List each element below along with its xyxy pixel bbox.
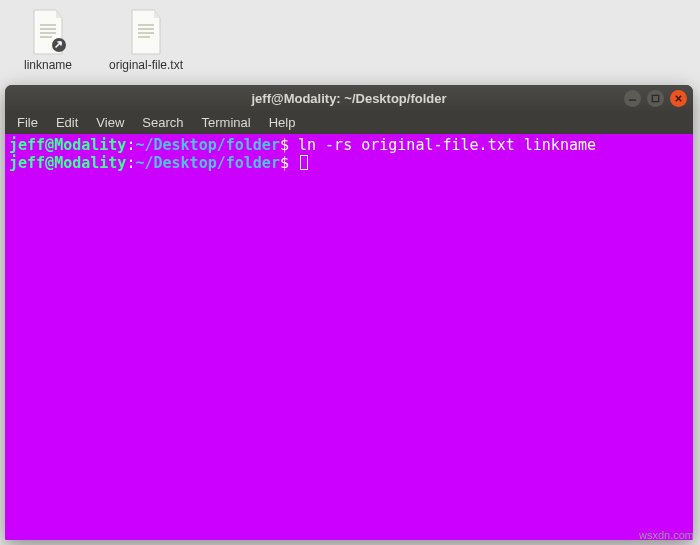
watermark: wsxdn.com (639, 529, 694, 541)
svg-rect-7 (138, 32, 154, 34)
svg-rect-2 (40, 32, 56, 34)
svg-rect-8 (138, 36, 150, 38)
file-icon (122, 8, 170, 56)
desktop-icons-area: linkname original-file.txt (10, 8, 184, 72)
prompt-user-host: jeff@Modality (9, 136, 126, 154)
prompt-path: ~/Desktop/folder (135, 136, 280, 154)
file-icon (24, 8, 72, 56)
desktop-icon-linkname[interactable]: linkname (10, 8, 86, 72)
close-icon (674, 94, 683, 103)
svg-rect-10 (652, 95, 658, 101)
menu-file[interactable]: File (9, 113, 46, 132)
svg-rect-0 (40, 24, 56, 26)
minimize-icon (628, 94, 637, 103)
terminal-command: ln -rs original-file.txt linkname (298, 136, 596, 154)
desktop-icon-label: linkname (24, 58, 72, 72)
minimize-button[interactable] (624, 90, 641, 107)
desktop-icon-label: original-file.txt (109, 58, 183, 72)
svg-rect-1 (40, 28, 56, 30)
svg-rect-6 (138, 28, 154, 30)
desktop: linkname original-file.txt jeff@Modality… (0, 0, 700, 545)
prompt-user-host: jeff@Modality (9, 154, 126, 172)
prompt-dollar: $ (280, 154, 289, 172)
close-button[interactable] (670, 90, 687, 107)
maximize-button[interactable] (647, 90, 664, 107)
cursor-icon (300, 155, 308, 170)
prompt-dollar: $ (280, 136, 289, 154)
menu-help[interactable]: Help (261, 113, 304, 132)
terminal-window: jeff@Modality: ~/Desktop/folder File Edi… (5, 85, 693, 540)
menubar: File Edit View Search Terminal Help (5, 111, 693, 134)
svg-rect-3 (40, 36, 52, 38)
shortcut-arrow-icon (52, 38, 66, 52)
window-titlebar[interactable]: jeff@Modality: ~/Desktop/folder (5, 85, 693, 111)
menu-search[interactable]: Search (134, 113, 191, 132)
window-title: jeff@Modality: ~/Desktop/folder (5, 91, 693, 106)
menu-edit[interactable]: Edit (48, 113, 86, 132)
window-controls (624, 90, 687, 107)
svg-rect-9 (629, 99, 636, 100)
desktop-icon-original-file[interactable]: original-file.txt (108, 8, 184, 72)
terminal-line: jeff@Modality:~/Desktop/folder$ (9, 154, 689, 172)
menu-terminal[interactable]: Terminal (194, 113, 259, 132)
maximize-icon (651, 94, 660, 103)
terminal-body[interactable]: jeff@Modality:~/Desktop/folder$ ln -rs o… (5, 134, 693, 540)
prompt-path: ~/Desktop/folder (135, 154, 280, 172)
menu-view[interactable]: View (88, 113, 132, 132)
terminal-line: jeff@Modality:~/Desktop/folder$ ln -rs o… (9, 136, 689, 154)
svg-rect-5 (138, 24, 154, 26)
